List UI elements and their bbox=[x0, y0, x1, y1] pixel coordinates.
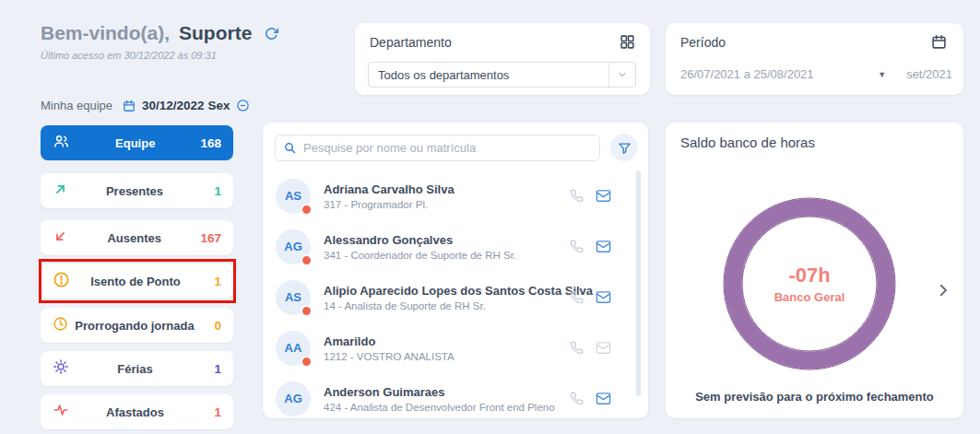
employee-list-card: AS Adriana Carvalho Silva 317 - Programa… bbox=[263, 123, 648, 418]
department-selected-value: Todos os departamentos bbox=[378, 68, 509, 82]
employee-row[interactable]: AS Alipio Aparecido Lopes dos Santos Cos… bbox=[263, 272, 648, 323]
status-dot bbox=[301, 305, 313, 317]
avatar: AS bbox=[276, 280, 311, 315]
sidebar-item-afastados[interactable]: Afastados 1 bbox=[41, 394, 233, 429]
status-dot bbox=[301, 254, 313, 266]
page-title: Bem-vindo(a), Suporte bbox=[41, 22, 278, 44]
employee-name: Alipio Aparecido Lopes dos Santos Costa … bbox=[324, 284, 570, 298]
sidebar-item-prorrogando-jornada[interactable]: Prorrogando jornada 0 bbox=[41, 308, 233, 343]
arrow-up-right-icon bbox=[53, 182, 68, 201]
sidebar-item-equipe[interactable]: Equipe 168 bbox=[41, 125, 233, 160]
team-date[interactable]: 30/12/2022 Sex bbox=[142, 99, 230, 112]
dropdown-caret-icon[interactable]: ▼ bbox=[878, 70, 886, 79]
mail-icon[interactable] bbox=[596, 391, 611, 406]
search-icon bbox=[283, 141, 297, 155]
period-month[interactable]: set/2021 bbox=[906, 67, 952, 81]
avatar-initials: AS bbox=[285, 290, 301, 304]
list-scrollbar[interactable] bbox=[636, 170, 641, 396]
phone-icon[interactable] bbox=[570, 341, 584, 355]
sidebar-item-ausentes[interactable]: Ausentes 167 bbox=[41, 220, 233, 255]
collapse-minus-icon[interactable] bbox=[236, 99, 250, 112]
department-title: Departamento bbox=[370, 35, 452, 50]
calendar-icon[interactable] bbox=[123, 100, 136, 112]
chevron-down-icon bbox=[608, 63, 635, 87]
sidebar-item-label: Presentes bbox=[68, 184, 201, 198]
search-box bbox=[275, 135, 600, 161]
filter-button[interactable] bbox=[610, 134, 638, 161]
employee-row[interactable]: AA Amarildo 1212 - VOSTRO ANALISTA bbox=[263, 323, 648, 373]
period-title: Período bbox=[680, 35, 726, 50]
employee-name: Alessandro Gonçalves bbox=[324, 233, 516, 247]
status-dot bbox=[301, 204, 313, 216]
employee-row[interactable]: AG Anderson Guimaraes 424 - Analista de … bbox=[263, 373, 648, 418]
team-icon bbox=[53, 133, 70, 154]
sidebar-item-count: 0 bbox=[201, 319, 221, 333]
mail-icon-disabled[interactable] bbox=[596, 340, 611, 356]
hours-balance-title: Saldo banco de horas bbox=[680, 135, 815, 150]
alert-circle-icon bbox=[53, 271, 70, 292]
refresh-icon[interactable] bbox=[265, 27, 278, 41]
search-input[interactable] bbox=[303, 141, 592, 155]
user-name: Suporte bbox=[179, 22, 252, 44]
sidebar-item-label: Férias bbox=[69, 362, 201, 376]
filter-funnel-icon bbox=[618, 141, 632, 155]
avatar: AA bbox=[276, 331, 311, 366]
balance-value: -07h bbox=[788, 264, 830, 287]
team-label: Minha equipe bbox=[41, 99, 112, 112]
chevron-right-icon[interactable] bbox=[930, 277, 956, 303]
mail-icon[interactable] bbox=[596, 289, 611, 305]
sidebar-item-count: 168 bbox=[200, 136, 221, 150]
welcome-header: Bem-vindo(a), Suporte Último acesso em 3… bbox=[41, 22, 278, 61]
sidebar-item-label: Prorrogando jornada bbox=[68, 319, 201, 333]
sidebar-item-label: Isento de Ponto bbox=[70, 275, 201, 288]
avatar-initials: AG bbox=[284, 240, 302, 253]
employee-name: Anderson Guimaraes bbox=[324, 385, 555, 399]
hours-balance-card: Saldo banco de horas -07h Banco Geral Se… bbox=[666, 123, 963, 418]
calendar-icon[interactable] bbox=[931, 34, 947, 53]
employee-role: 424 - Analista de Desenvolvedor Front en… bbox=[324, 402, 555, 413]
sun-icon bbox=[53, 358, 69, 379]
employee-role: 1212 - VOSTRO ANALISTA bbox=[324, 351, 455, 362]
sidebar-item-count: 1 bbox=[201, 362, 221, 376]
arrow-down-left-icon bbox=[53, 229, 68, 248]
department-card: Departamento Todos os departamentos bbox=[355, 23, 650, 95]
phone-icon[interactable] bbox=[570, 189, 584, 203]
department-select[interactable]: Todos os departamentos bbox=[368, 62, 636, 88]
avatar: AS bbox=[276, 179, 311, 214]
avatar: AG bbox=[276, 381, 311, 416]
sidebar-item-label: Afastados bbox=[69, 405, 201, 419]
period-range[interactable]: 26/07/2021 a 25/08/2021 bbox=[680, 67, 814, 81]
avatar: AG bbox=[276, 229, 311, 264]
clock-icon bbox=[53, 316, 68, 335]
employee-role: 317 - Programador Pl. bbox=[324, 199, 455, 210]
avatar-initials: AS bbox=[285, 189, 301, 203]
employee-row[interactable]: AG Alessandro Gonçalves 341 - Coordenado… bbox=[263, 221, 648, 272]
employee-row[interactable]: AS Adriana Carvalho Silva 317 - Programa… bbox=[263, 170, 648, 221]
balance-label: Banco Geral bbox=[774, 290, 845, 304]
employee-role: 14 - Analista de Suporte de RH Sr. bbox=[324, 300, 570, 311]
sidebar-item-ferias[interactable]: Férias 1 bbox=[41, 351, 233, 386]
avatar-initials: AA bbox=[285, 341, 302, 355]
balance-footer-text: Sem previsão para o próximo fechamento bbox=[666, 390, 963, 404]
sidebar-item-count: 1 bbox=[201, 275, 221, 288]
sidebar-item-count: 1 bbox=[201, 405, 221, 419]
sidebar-item-label: Equipe bbox=[70, 136, 200, 150]
pulse-icon bbox=[53, 402, 69, 422]
period-row: 26/07/2021 a 25/08/2021 ▼ set/2021 bbox=[680, 67, 952, 81]
grid-view-icon[interactable] bbox=[620, 34, 635, 53]
mail-icon[interactable] bbox=[596, 188, 611, 204]
greeting-text: Bem-vindo(a), bbox=[41, 22, 170, 44]
phone-icon[interactable] bbox=[570, 392, 584, 405]
period-card: Período 26/07/2021 a 25/08/2021 ▼ set/20… bbox=[666, 23, 963, 95]
avatar-initials: AG bbox=[284, 392, 302, 405]
phone-icon[interactable] bbox=[570, 240, 584, 253]
mail-icon[interactable] bbox=[596, 239, 611, 254]
sidebar-item-isento-de-ponto[interactable]: Isento de Ponto 1 bbox=[41, 264, 233, 299]
employee-role: 341 - Coordenador de Suporte de RH Sr. bbox=[324, 250, 516, 261]
sidebar-item-label: Ausentes bbox=[68, 231, 200, 245]
employee-name: Adriana Carvalho Silva bbox=[324, 182, 455, 196]
sidebar-item-presentes[interactable]: Presentes 1 bbox=[41, 173, 233, 208]
hours-balance-donut: -07h Banco Geral bbox=[717, 192, 902, 376]
team-date-row: Minha equipe 30/12/2022 Sex bbox=[41, 99, 250, 112]
phone-icon[interactable] bbox=[570, 290, 584, 304]
